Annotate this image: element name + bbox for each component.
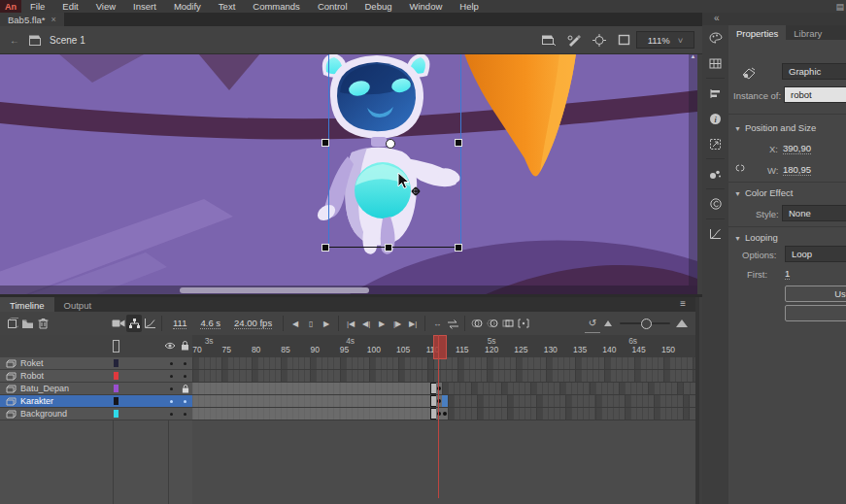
use-frame-picker-button[interactable]: Use Fra (785, 286, 846, 302)
align-icon[interactable] (702, 81, 728, 106)
visibility-toggle[interactable] (170, 400, 173, 403)
menu-control[interactable]: Control (309, 0, 356, 13)
stage-vertical-scrollbar[interactable]: ▲ (689, 53, 697, 286)
frames-row-background[interactable] (192, 408, 695, 420)
elapsed-time-value[interactable]: 4.6 s (200, 318, 220, 329)
transform-point[interactable] (386, 139, 395, 149)
camera-icon[interactable] (111, 315, 126, 332)
style-select[interactable]: None (782, 205, 846, 221)
layer-color-swatch[interactable] (114, 385, 118, 392)
w-value[interactable]: 180,95 (783, 164, 811, 176)
zoom-slider-knob[interactable] (641, 319, 652, 329)
menu-file[interactable]: File (21, 0, 53, 13)
layer-row-batu_depan[interactable]: Batu_Depan (0, 383, 192, 395)
center-frame-icon[interactable] (592, 34, 606, 47)
menu-window[interactable]: Window (401, 0, 452, 13)
edit-multiple-frames-icon[interactable] (500, 315, 516, 332)
layer-row-background[interactable]: Background (0, 408, 192, 420)
onion-outlines-icon[interactable] (485, 315, 500, 332)
workspace-icon[interactable]: ▤ (835, 2, 844, 12)
tab-timeline[interactable]: Timeline (0, 297, 54, 313)
visibility-toggle[interactable] (170, 362, 173, 365)
frame-rate-value[interactable]: 24.00 fps (234, 318, 272, 329)
menu-view[interactable]: View (87, 0, 124, 13)
zoom-in-mountain-icon[interactable] (674, 315, 690, 332)
visibility-toggle[interactable] (170, 375, 173, 378)
x-value[interactable]: 390,90 (783, 143, 811, 154)
step-forward-icon[interactable]: |▶ (389, 315, 405, 332)
transform-icon[interactable] (702, 131, 728, 156)
loop-icon[interactable] (445, 315, 460, 332)
center-playhead-icon[interactable]: ↔ (429, 315, 445, 332)
menu-commands[interactable]: Commands (244, 0, 309, 13)
symbol-type-select[interactable]: Graphic (782, 63, 846, 80)
eye-icon[interactable] (164, 342, 176, 350)
layer-parenting-icon[interactable] (126, 315, 142, 332)
outline-column-icon[interactable] (113, 340, 119, 353)
modify-markers-icon[interactable] (516, 315, 531, 332)
zoom-slider[interactable] (620, 322, 670, 324)
instance-name-input[interactable]: robot (784, 86, 846, 103)
visibility-toggle[interactable] (170, 387, 173, 390)
play-icon[interactable]: ▶ (374, 315, 389, 332)
goto-first-frame-icon[interactable]: |◀ (343, 315, 358, 332)
frames-row-batu_depan[interactable] (192, 383, 695, 395)
section-position-size[interactable]: ▼Position and Size (734, 122, 816, 133)
document-tab[interactable]: Bab5.fla* × (0, 13, 64, 26)
selection-handle-bottom-left[interactable] (321, 244, 329, 252)
visibility-toggle[interactable] (170, 413, 173, 416)
info-icon[interactable]: i (702, 106, 728, 131)
collapse-panel-icon[interactable]: « (714, 13, 720, 23)
lock-toggle[interactable] (184, 400, 186, 403)
lip-syncing-button[interactable]: Lip S (785, 305, 846, 321)
menu-debug[interactable]: Debug (356, 0, 401, 13)
brush-library-icon[interactable] (702, 161, 728, 186)
tab-library[interactable]: Library (786, 25, 829, 41)
frames-row-robot[interactable] (192, 370, 695, 383)
layer-color-swatch[interactable] (114, 359, 118, 367)
stage-canvas[interactable]: ▲ (0, 53, 697, 294)
tab-output[interactable]: Output (54, 297, 102, 313)
color-palette-icon[interactable] (702, 25, 728, 50)
frames-row-karakter[interactable] (192, 395, 695, 408)
edit-scene-icon[interactable] (542, 34, 556, 46)
clip-content-icon[interactable] (618, 34, 630, 46)
scene-name[interactable]: Scene 1 (50, 35, 85, 46)
delete-icon[interactable] (35, 315, 51, 332)
back-arrow-icon[interactable]: ← (10, 35, 19, 46)
frame-span[interactable] (192, 383, 430, 394)
frame-selected[interactable] (442, 395, 448, 407)
onion-skin-icon[interactable] (469, 315, 485, 332)
menu-insert[interactable]: Insert (124, 0, 165, 13)
first-frame-value[interactable]: 1 (785, 268, 790, 280)
layer-color-swatch[interactable] (114, 372, 118, 380)
zoom-out-mountain-icon[interactable] (600, 315, 616, 332)
reset-zoom-icon[interactable]: ↺ (585, 315, 600, 333)
frame-keyframe[interactable] (442, 408, 448, 420)
tab-properties[interactable]: Properties (728, 25, 786, 41)
current-frame-value[interactable]: 111 (173, 318, 186, 329)
selection-handle-bottom-right[interactable] (455, 244, 462, 252)
playhead-marker[interactable] (433, 335, 447, 359)
lock-icon[interactable] (181, 341, 189, 351)
layer-color-swatch[interactable] (114, 410, 118, 418)
selection-handle-left[interactable] (321, 139, 329, 147)
layer-color-swatch[interactable] (114, 397, 118, 405)
motion-presets-icon[interactable] (702, 221, 728, 247)
loop-options-select[interactable]: Loop (785, 246, 846, 262)
playhead-forward-icon[interactable]: ▶ (319, 315, 334, 332)
lock-toggle[interactable] (184, 413, 186, 416)
goto-last-frame-icon[interactable]: ▶| (405, 315, 421, 332)
scrollbar-thumb[interactable] (180, 287, 369, 293)
menu-text[interactable]: Text (210, 0, 244, 13)
graph-editor-icon[interactable] (142, 315, 157, 332)
layer-row-roket[interactable]: Roket (0, 357, 192, 370)
layer-row-robot[interactable]: Robot (0, 370, 192, 383)
frame-span[interactable] (192, 408, 430, 420)
stage-horizontal-scrollbar[interactable] (0, 286, 697, 294)
panel-menu-icon[interactable]: ≡ (680, 298, 686, 309)
cc-libraries-icon[interactable] (702, 191, 728, 217)
lock-toggle[interactable] (184, 362, 186, 365)
menu-help[interactable]: Help (451, 0, 488, 13)
menu-edit[interactable]: Edit (53, 0, 86, 13)
